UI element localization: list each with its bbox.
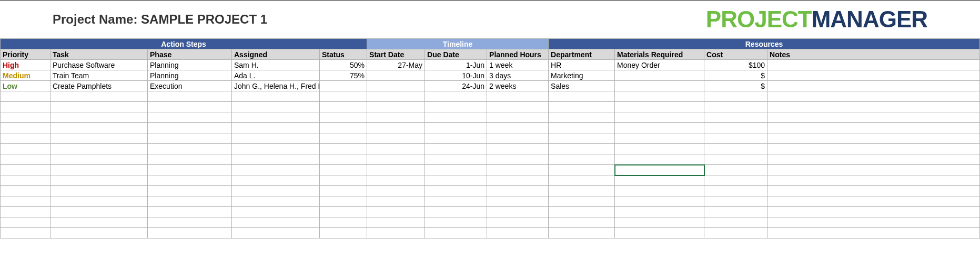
cell-empty[interactable] — [425, 228, 487, 238]
cell-empty[interactable] — [367, 207, 425, 217]
cell-empty[interactable] — [148, 186, 232, 196]
cell-empty[interactable] — [148, 165, 232, 175]
cell-empty[interactable] — [320, 196, 367, 207]
cell-empty[interactable] — [320, 175, 367, 186]
cell-empty[interactable] — [704, 207, 767, 217]
cell-empty[interactable] — [1, 175, 50, 186]
cell-empty[interactable] — [50, 196, 148, 207]
cell-empty[interactable] — [549, 102, 615, 112]
cell-assigned[interactable]: Sam H. — [232, 60, 320, 70]
cell-notes[interactable] — [767, 70, 980, 81]
cell-empty[interactable] — [367, 123, 425, 133]
cell-empty[interactable] — [549, 196, 615, 207]
cell-empty[interactable] — [615, 91, 704, 102]
cell-cost[interactable]: $ — [704, 70, 767, 81]
cell-empty[interactable] — [767, 123, 980, 133]
cell-empty[interactable] — [487, 112, 549, 123]
cell-empty[interactable] — [549, 186, 615, 196]
cell-empty[interactable] — [148, 112, 232, 123]
cell-empty[interactable] — [615, 144, 704, 154]
cell-empty[interactable] — [425, 207, 487, 217]
cell-empty[interactable] — [50, 102, 148, 112]
cell-empty[interactable] — [615, 154, 704, 165]
cell-empty[interactable] — [425, 144, 487, 154]
cell-empty[interactable] — [549, 175, 615, 186]
cell-empty[interactable] — [50, 165, 148, 175]
cell-empty[interactable] — [487, 102, 549, 112]
col-start-date[interactable]: Start Date — [367, 49, 425, 60]
cell-empty[interactable] — [425, 196, 487, 207]
cell-empty[interactable] — [549, 123, 615, 133]
cell-empty[interactable] — [767, 144, 980, 154]
cell-empty[interactable] — [425, 186, 487, 196]
cell-empty[interactable] — [50, 154, 148, 165]
cell-empty[interactable] — [367, 102, 425, 112]
cell-empty[interactable] — [704, 133, 767, 144]
cell-due_date[interactable]: 24-Jun — [425, 81, 487, 91]
cell-empty[interactable] — [50, 91, 148, 102]
cell-empty[interactable] — [1, 133, 50, 144]
cell-empty[interactable] — [615, 102, 704, 112]
cell-empty[interactable] — [704, 91, 767, 102]
cell-empty[interactable] — [320, 154, 367, 165]
project-table[interactable]: Action Steps Timeline Resources Priority… — [0, 38, 980, 238]
cell-empty[interactable] — [148, 133, 232, 144]
cell-priority[interactable]: Medium — [1, 70, 50, 81]
cell-planned_hours[interactable]: 2 weeks — [487, 81, 549, 91]
cell-empty[interactable] — [320, 228, 367, 238]
cell-department[interactable]: Sales — [549, 81, 615, 91]
cell-empty[interactable] — [367, 133, 425, 144]
cell-empty[interactable] — [50, 186, 148, 196]
cell-empty[interactable] — [50, 207, 148, 217]
cell-empty[interactable] — [232, 154, 320, 165]
cell-empty[interactable] — [615, 112, 704, 123]
cell-empty[interactable] — [425, 102, 487, 112]
cell-empty[interactable] — [487, 228, 549, 238]
cell-empty[interactable] — [50, 133, 148, 144]
cell-empty[interactable] — [232, 165, 320, 175]
cell-empty[interactable] — [487, 144, 549, 154]
cell-empty[interactable] — [767, 175, 980, 186]
col-priority[interactable]: Priority — [1, 49, 50, 60]
cell-empty[interactable] — [148, 217, 232, 228]
cell-empty[interactable] — [320, 123, 367, 133]
cell-phase[interactable]: Planning — [148, 60, 232, 70]
cell-empty[interactable] — [487, 165, 549, 175]
cell-task[interactable]: Create Pamphlets — [50, 81, 148, 91]
cell-empty[interactable] — [1, 207, 50, 217]
cell-empty[interactable] — [320, 102, 367, 112]
cell-empty[interactable] — [320, 133, 367, 144]
cell-empty[interactable] — [615, 123, 704, 133]
cell-materials[interactable] — [615, 70, 704, 81]
cell-empty[interactable] — [487, 123, 549, 133]
cell-empty[interactable] — [487, 217, 549, 228]
cell-phase[interactable]: Planning — [148, 70, 232, 81]
cell-empty[interactable] — [320, 207, 367, 217]
cell-empty[interactable] — [704, 102, 767, 112]
cell-empty[interactable] — [320, 91, 367, 102]
cell-empty[interactable] — [367, 165, 425, 175]
cell-due_date[interactable]: 10-Jun — [425, 70, 487, 81]
cell-empty[interactable] — [367, 154, 425, 165]
cell-empty[interactable] — [50, 228, 148, 238]
cell-empty[interactable] — [232, 217, 320, 228]
cell-empty[interactable] — [50, 144, 148, 154]
cell-empty[interactable] — [148, 175, 232, 186]
cell-empty[interactable] — [487, 207, 549, 217]
cell-empty[interactable] — [50, 123, 148, 133]
cell-empty[interactable] — [767, 217, 980, 228]
cell-empty[interactable] — [615, 217, 704, 228]
cell-empty[interactable] — [320, 112, 367, 123]
cell-empty[interactable] — [425, 112, 487, 123]
cell-empty[interactable] — [148, 207, 232, 217]
cell-cost[interactable]: $ — [704, 81, 767, 91]
cell-empty[interactable] — [425, 175, 487, 186]
cell-empty[interactable] — [549, 133, 615, 144]
cell-empty[interactable] — [615, 186, 704, 196]
cell-empty[interactable] — [232, 228, 320, 238]
cell-empty[interactable] — [367, 175, 425, 186]
cell-empty[interactable] — [148, 91, 232, 102]
col-due-date[interactable]: Due Date — [425, 49, 487, 60]
cell-empty[interactable] — [487, 175, 549, 186]
cell-notes[interactable] — [767, 60, 980, 70]
